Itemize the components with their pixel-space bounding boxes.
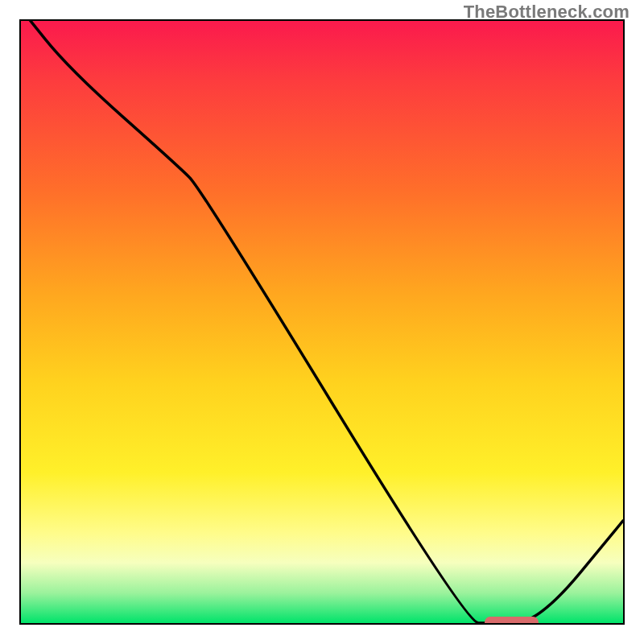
plot-area (19, 19, 625, 625)
target-marker (485, 617, 539, 625)
bottleneck-curve (21, 21, 623, 623)
chart-container: TheBottleneck.com (0, 0, 644, 644)
